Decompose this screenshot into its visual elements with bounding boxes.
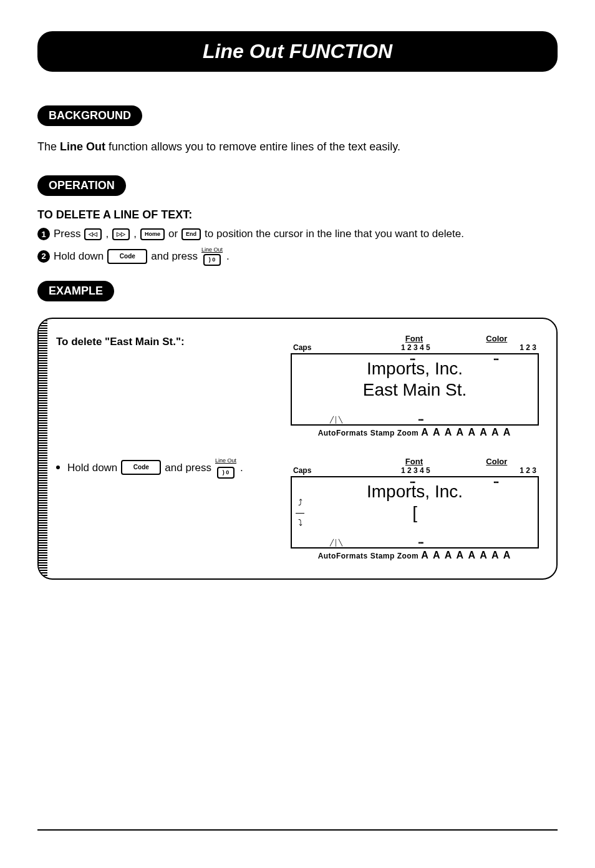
lcd-sub-1: Caps 1 2 3 4 5 1 2 3 bbox=[291, 343, 539, 354]
example-caption-1: To delete "East Main St.": bbox=[56, 334, 278, 350]
footer-rule bbox=[37, 829, 558, 831]
lcd-color-label: Color bbox=[486, 334, 507, 343]
step-number-1: 1 bbox=[37, 228, 50, 240]
lcd-font-nums: 1 2 3 4 5 bbox=[324, 466, 507, 475]
lcd-line-1: Imports, Inc. bbox=[298, 481, 531, 502]
operation-step-2: 2 Hold down Code and press Line Out ) 0 … bbox=[37, 246, 558, 266]
lcd-head-2: Caps Font Color bbox=[291, 457, 539, 466]
example-frame: To delete "East Main St.": Caps Font Col… bbox=[37, 318, 558, 580]
lineout-key-icon: ) 0 bbox=[203, 254, 221, 266]
lcd-color-nums: 1 2 3 bbox=[520, 466, 536, 475]
lineout-key-group: Line Out ) 0 bbox=[215, 457, 236, 479]
lcd-before: Caps Font Color Caps 1 2 3 4 5 1 2 3 ▪▪▪… bbox=[291, 334, 539, 438]
lcd-font-label: Font bbox=[405, 334, 423, 343]
step2-pre: Hold down bbox=[54, 250, 104, 263]
lcd-head-1: Caps Font Color bbox=[291, 334, 539, 343]
step-number-2: 2 bbox=[37, 250, 50, 263]
lcd-bot-marks: ╱ │ ╲▪▪▪ bbox=[292, 416, 538, 423]
operation-heading: OPERATION bbox=[37, 175, 126, 196]
example-row-1: To delete "East Main St.": Caps Font Col… bbox=[56, 334, 539, 438]
lineout-label: Line Out bbox=[201, 246, 223, 253]
code-key-icon: Code bbox=[121, 460, 161, 475]
right-arrow-key-icon: ▷▷ bbox=[112, 228, 130, 240]
example-heading: EXAMPLE bbox=[37, 281, 114, 301]
example-row-2: Hold down Code and press Line Out ) 0 . … bbox=[56, 457, 539, 561]
bullet-icon bbox=[56, 466, 60, 469]
lcd-body-1: ▪▪▪▪▪▪ Imports, Inc. East Main St. ╱ │ ╲… bbox=[291, 354, 539, 426]
page-title-bar: Line Out FUNCTION bbox=[37, 31, 558, 72]
lcd-style-samples: A A A A A A A A bbox=[421, 550, 511, 560]
lcd-caps-label: Caps bbox=[293, 343, 311, 352]
lcd-foot-2: AutoFormats Stamp Zoom A A A A A A A A bbox=[291, 550, 539, 561]
binding-stripe-icon bbox=[39, 319, 47, 578]
lcd-sub-2: Caps 1 2 3 4 5 1 2 3 bbox=[291, 466, 539, 477]
page-title: Line Out FUNCTION bbox=[203, 40, 392, 62]
lcd-bot-marks: ╱ │ ╲▪▪▪ bbox=[292, 539, 538, 546]
background-text: The Line Out function allows you to remo… bbox=[37, 139, 558, 155]
lcd-line-1: Imports, Inc. bbox=[298, 358, 531, 379]
step2-post: . bbox=[226, 250, 230, 263]
lcd-body-2: ▪▪▪▪▪▪ ⤴—⤵ Imports, Inc. [ ╱ │ ╲▪▪▪ bbox=[291, 477, 539, 549]
left-arrow-key-icon: ◁◁ bbox=[84, 228, 102, 240]
end-key-icon: End bbox=[181, 228, 201, 240]
step2-mid: and press bbox=[151, 250, 198, 263]
lineout-key-group: Line Out ) 0 bbox=[201, 246, 223, 266]
lcd-color-label: Color bbox=[486, 457, 507, 466]
lcd-style-samples: A A A A A A A A bbox=[421, 427, 511, 437]
lcd-foot-1: AutoFormats Stamp Zoom A A A A A A A A bbox=[291, 427, 539, 438]
lcd-font-nums: 1 2 3 4 5 bbox=[324, 343, 507, 352]
lcd-cursor-line: [ bbox=[298, 502, 531, 524]
lineout-key-icon: ) 0 bbox=[217, 467, 235, 479]
paragraph-marks-icon: ⤴—⤵ bbox=[296, 498, 304, 527]
lcd-line-2: East Main St. bbox=[298, 379, 531, 401]
manual-page: Line Out FUNCTION BACKGROUND The Line Ou… bbox=[0, 0, 595, 868]
operation-subhead: TO DELETE A LINE OF TEXT: bbox=[37, 208, 558, 222]
home-key-icon: Home bbox=[140, 228, 165, 240]
lcd-after: Caps Font Color Caps 1 2 3 4 5 1 2 3 ▪▪▪… bbox=[291, 457, 539, 561]
lcd-font-label: Font bbox=[405, 457, 423, 466]
lineout-label: Line Out bbox=[215, 457, 236, 466]
step1-post: to position the cursor in the line that … bbox=[205, 228, 464, 240]
example-caption-2: Hold down Code and press Line Out ) 0 . bbox=[56, 457, 278, 479]
background-heading: BACKGROUND bbox=[37, 105, 142, 126]
operation-step-1: 1 Press ◁◁ , ▷▷ , Home or End to positio… bbox=[37, 228, 558, 240]
step1-pre: Press bbox=[54, 228, 80, 240]
lcd-caps-label: Caps bbox=[293, 466, 311, 475]
code-key-icon: Code bbox=[107, 249, 147, 264]
lcd-color-nums: 1 2 3 bbox=[520, 343, 536, 352]
